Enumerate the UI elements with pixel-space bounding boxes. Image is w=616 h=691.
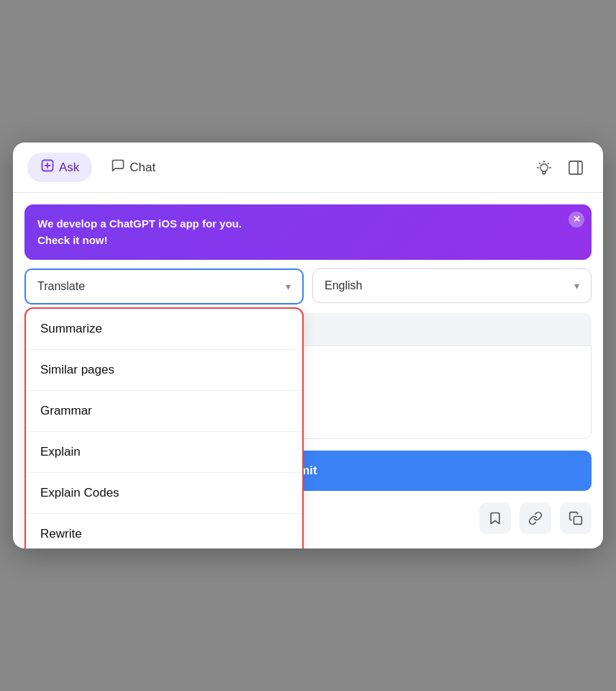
- svg-rect-6: [574, 517, 582, 525]
- svg-rect-3: [569, 161, 582, 174]
- dropdown-item-grammar[interactable]: Grammar: [26, 391, 302, 432]
- ask-icon: [40, 158, 55, 176]
- banner-text: We develop a ChatGPT iOS app for you. Ch…: [37, 217, 242, 246]
- bookmark-button[interactable]: [479, 502, 511, 534]
- header: Ask Chat: [13, 143, 603, 193]
- sidebar-toggle-icon[interactable]: [563, 155, 589, 181]
- language-chevron-icon: ▾: [574, 280, 579, 292]
- tab-ask-label: Ask: [59, 161, 79, 175]
- task-chevron-icon: ▾: [286, 281, 291, 292]
- selects-row: Translate ▾ Summarize Similar pages Gram…: [13, 268, 603, 313]
- app-window: Ask Chat We develop a ChatGPT iOS a: [13, 143, 603, 548]
- task-select[interactable]: Translate ▾: [24, 268, 304, 304]
- task-select-value: Translate: [37, 280, 85, 293]
- language-select-wrapper: English ▾: [312, 268, 592, 304]
- dropdown-item-explain[interactable]: Explain: [26, 432, 302, 473]
- task-select-wrapper: Translate ▾ Summarize Similar pages Gram…: [24, 268, 304, 304]
- tab-chat[interactable]: Chat: [98, 153, 168, 182]
- tab-chat-label: Chat: [130, 161, 155, 175]
- task-dropdown: Summarize Similar pages Grammar Explain …: [24, 307, 304, 548]
- language-select[interactable]: English ▾: [312, 268, 592, 303]
- launch-icon[interactable]: [531, 155, 557, 181]
- copy-button[interactable]: [560, 502, 592, 534]
- dropdown-item-explain-codes[interactable]: Explain Codes: [26, 473, 302, 514]
- link-button[interactable]: [520, 502, 551, 534]
- banner-close-button[interactable]: ✕: [569, 212, 584, 227]
- dropdown-item-similar-pages[interactable]: Similar pages: [26, 350, 302, 391]
- dropdown-item-summarize[interactable]: Summarize: [26, 309, 302, 350]
- language-select-value: English: [325, 279, 362, 292]
- dropdown-item-rewrite[interactable]: Rewrite: [26, 514, 302, 548]
- promo-banner: We develop a ChatGPT iOS app for you. Ch…: [24, 204, 592, 260]
- tab-ask[interactable]: Ask: [27, 153, 92, 182]
- chat-icon: [111, 158, 125, 176]
